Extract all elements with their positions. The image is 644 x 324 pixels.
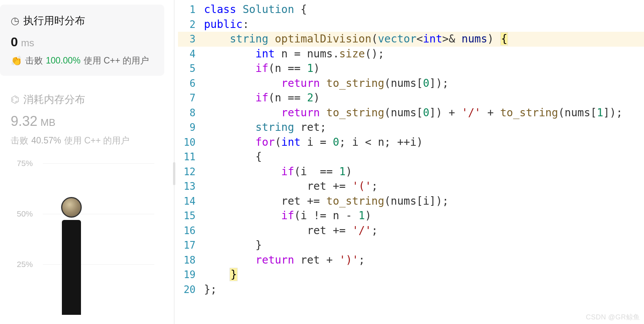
runtime-title: ◷ 执行用时分布 [11, 14, 154, 28]
ylabel-50: 50% [17, 209, 33, 218]
code-content[interactable]: if(n == 2) [204, 91, 644, 106]
clap-icon: 👏 [11, 55, 22, 66]
stats-sidebar: ◷ 执行用时分布 0 ms 👏 击败 100.00% 使用 C++ 的用户 ⌬ … [0, 0, 176, 324]
memory-title: ⌬ 消耗内存分布 [11, 93, 157, 106]
memory-pct: 40.57% [31, 135, 61, 146]
memory-card[interactable]: ⌬ 消耗内存分布 9.32 MB 击败 40.57% 使用 C++ 的用户 75… [0, 83, 168, 324]
beats-suffix: 使用 C++ 的用户 [64, 135, 129, 147]
runtime-title-text: 执行用时分布 [23, 14, 85, 28]
vertical-divider[interactable] [173, 0, 176, 324]
runtime-pct: 100.00% [46, 55, 81, 66]
line-number: 9 [178, 120, 204, 135]
line-number: 4 [178, 47, 204, 62]
ylabel-75: 75% [17, 159, 33, 168]
code-line[interactable]: 9 string ret; [178, 120, 644, 135]
runtime-card[interactable]: ◷ 执行用时分布 0 ms 👏 击败 100.00% 使用 C++ 的用户 [0, 5, 164, 76]
line-number: 19 [178, 267, 204, 282]
code-content[interactable]: public: [204, 17, 644, 32]
code-line[interactable]: 12 if(i == 1) [178, 164, 644, 179]
code-content[interactable]: string ret; [204, 120, 644, 135]
line-number: 18 [178, 253, 204, 268]
line-number: 15 [178, 208, 204, 223]
code-line[interactable]: 1class Solution { [178, 2, 644, 17]
code-line[interactable]: 13 ret += '('; [178, 179, 644, 194]
line-number: 1 [178, 2, 204, 17]
code-content[interactable]: if(i == 1) [204, 164, 644, 179]
beats-label: 击败 [25, 55, 43, 67]
code-editor[interactable]: 1class Solution {2public:3 string optima… [176, 0, 644, 324]
watermark: CSDN @GR鲸鱼 [586, 313, 640, 322]
code-line[interactable]: 6 return to_string(nums[0]); [178, 76, 644, 91]
line-number: 6 [178, 76, 204, 91]
line-number: 12 [178, 164, 204, 179]
code-content[interactable]: } [204, 238, 644, 253]
memory-title-text: 消耗内存分布 [23, 93, 85, 106]
line-number: 17 [178, 238, 204, 253]
memory-beats: 击败 40.57% 使用 C++ 的用户 [11, 135, 157, 147]
code-line[interactable]: 16 ret += '/'; [178, 223, 644, 238]
code-line[interactable]: 14 ret += to_string(nums[i]); [178, 194, 644, 209]
runtime-beats: 👏 击败 100.00% 使用 C++ 的用户 [11, 55, 154, 67]
code-line[interactable]: 11 { [178, 150, 644, 164]
memory-unit: MB [40, 117, 55, 129]
runtime-unit: ms [21, 37, 34, 49]
line-number: 5 [178, 61, 204, 76]
code-content[interactable]: { [204, 150, 644, 164]
chip-icon: ⌬ [11, 94, 19, 106]
code-line[interactable]: 3 string optimalDivision(vector<int>& nu… [178, 32, 644, 47]
line-number: 20 [178, 282, 204, 297]
code-content[interactable]: return ret + ')'; [204, 253, 644, 268]
beats-label: 击败 [11, 135, 28, 147]
runtime-metric: 0 ms [11, 34, 154, 49]
beats-suffix: 使用 C++ 的用户 [84, 55, 149, 67]
line-number: 14 [178, 194, 204, 209]
memory-metric: 9.32 MB [11, 113, 157, 129]
code-line[interactable]: 8 return to_string(nums[0]) + '/' + to_s… [178, 106, 644, 120]
line-number: 2 [178, 17, 204, 32]
clock-icon: ◷ [11, 15, 19, 27]
code-content[interactable]: string optimalDivision(vector<int>& nums… [204, 32, 644, 47]
memory-value: 9.32 [11, 113, 37, 129]
code-content[interactable]: if(i != n - 1) [204, 208, 644, 223]
line-number: 13 [178, 179, 204, 194]
memory-chart: 75% 50% 25% [11, 162, 157, 315]
line-number: 8 [178, 106, 204, 120]
code-line[interactable]: 17 } [178, 238, 644, 253]
chart-bar[interactable] [62, 220, 81, 315]
code-content[interactable]: return to_string(nums[0]); [204, 76, 644, 91]
code-line[interactable]: 7 if(n == 2) [178, 91, 644, 106]
code-line[interactable]: 15 if(i != n - 1) [178, 208, 644, 223]
code-line[interactable]: 10 for(int i = 0; i < n; ++i) [178, 135, 644, 150]
code-line[interactable]: 19 } [178, 267, 644, 282]
line-number: 16 [178, 223, 204, 238]
code-content[interactable]: int n = nums.size(); [204, 47, 644, 62]
code-content[interactable]: for(int i = 0; i < n; ++i) [204, 135, 644, 150]
code-line[interactable]: 18 return ret + ')'; [178, 253, 644, 268]
code-content[interactable]: } [204, 267, 644, 282]
line-number: 11 [178, 150, 204, 164]
code-content[interactable]: return to_string(nums[0]) + '/' + to_str… [204, 106, 644, 120]
avatar[interactable] [61, 197, 82, 218]
code-content[interactable]: ret += '/'; [204, 223, 644, 238]
code-line[interactable]: 2public: [178, 17, 644, 32]
line-number: 7 [178, 91, 204, 106]
code-line[interactable]: 4 int n = nums.size(); [178, 47, 644, 62]
resize-handle-icon[interactable] [173, 162, 175, 185]
runtime-value: 0 [11, 34, 18, 49]
line-number: 3 [178, 32, 204, 47]
code-content[interactable]: if(n == 1) [204, 61, 644, 76]
code-content[interactable]: ret += to_string(nums[i]); [204, 194, 644, 209]
code-content[interactable]: }; [204, 282, 644, 297]
code-line[interactable]: 5 if(n == 1) [178, 61, 644, 76]
code-content[interactable]: class Solution { [204, 2, 644, 17]
line-number: 10 [178, 135, 204, 150]
ylabel-25: 25% [17, 260, 33, 269]
code-line[interactable]: 20}; [178, 282, 644, 297]
code-content[interactable]: ret += '('; [204, 179, 644, 194]
